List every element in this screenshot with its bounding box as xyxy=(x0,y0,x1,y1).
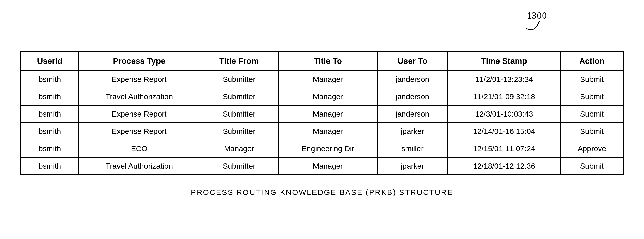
cell-title_to: Manager xyxy=(278,88,377,105)
cell-title_from: Submitter xyxy=(200,71,279,88)
curve-annotation xyxy=(522,17,547,41)
cell-action: Submit xyxy=(561,157,623,175)
page-container: 1300 Userid Process Type Title From Titl… xyxy=(0,0,644,239)
cell-userid: bsmith xyxy=(21,71,79,88)
cell-action: Submit xyxy=(561,123,623,140)
cell-time_stamp: 12/3/01-10:03:43 xyxy=(448,105,561,123)
cell-title_to: Engineering Dir xyxy=(278,140,377,157)
cell-user_to: smiller xyxy=(377,140,448,157)
cell-action: Approve xyxy=(561,140,623,157)
table-row: bsmithExpense ReportSubmitterManagerjpar… xyxy=(21,123,623,140)
cell-action: Submit xyxy=(561,105,623,123)
cell-title_from: Manager xyxy=(200,140,279,157)
header-title-to: Title To xyxy=(278,52,377,71)
table-caption: PROCESS ROUTING KNOWLEDGE BASE (PRKB) ST… xyxy=(191,188,453,197)
cell-user_to: janderson xyxy=(377,71,448,88)
prkb-table: Userid Process Type Title From Title To … xyxy=(20,51,624,175)
cell-time_stamp: 12/18/01-12:12:36 xyxy=(448,157,561,175)
cell-title_to: Manager xyxy=(278,105,377,123)
table-row: bsmithExpense ReportSubmitterManagerjand… xyxy=(21,105,623,123)
cell-userid: bsmith xyxy=(21,88,79,105)
cell-title_from: Submitter xyxy=(200,123,279,140)
cell-title_from: Submitter xyxy=(200,157,279,175)
cell-process_type: ECO xyxy=(79,140,200,157)
cell-action: Submit xyxy=(561,88,623,105)
table-body: bsmithExpense ReportSubmitterManagerjand… xyxy=(21,71,623,175)
header-time-stamp: Time Stamp xyxy=(448,52,561,71)
cell-process_type: Expense Report xyxy=(79,105,200,123)
table-row: bsmithTravel AuthorizationSubmitterManag… xyxy=(21,157,623,175)
cell-action: Submit xyxy=(561,71,623,88)
cell-user_to: jparker xyxy=(377,157,448,175)
table-header-row: Userid Process Type Title From Title To … xyxy=(21,52,623,71)
header-userid: Userid xyxy=(21,52,79,71)
cell-userid: bsmith xyxy=(21,140,79,157)
cell-time_stamp: 12/15/01-11:07:24 xyxy=(448,140,561,157)
cell-userid: bsmith xyxy=(21,105,79,123)
cell-process_type: Expense Report xyxy=(79,123,200,140)
cell-title_to: Manager xyxy=(278,123,377,140)
cell-process_type: Expense Report xyxy=(79,71,200,88)
cell-time_stamp: 11/21/01-09:32:18 xyxy=(448,88,561,105)
table-section: Userid Process Type Title From Title To … xyxy=(20,51,624,175)
header-user-to: User To xyxy=(377,52,448,71)
cell-title_to: Manager xyxy=(278,71,377,88)
table-row: bsmithTravel AuthorizationSubmitterManag… xyxy=(21,88,623,105)
table-row: bsmithExpense ReportSubmitterManagerjand… xyxy=(21,71,623,88)
cell-time_stamp: 12/14/01-16:15:04 xyxy=(448,123,561,140)
cell-process_type: Travel Authorization xyxy=(79,157,200,175)
cell-title_from: Submitter xyxy=(200,105,279,123)
cell-title_to: Manager xyxy=(278,157,377,175)
cell-user_to: janderson xyxy=(377,105,448,123)
cell-time_stamp: 11/2/01-13:23:34 xyxy=(448,71,561,88)
cell-process_type: Travel Authorization xyxy=(79,88,200,105)
header-process-type: Process Type xyxy=(79,52,200,71)
cell-user_to: jparker xyxy=(377,123,448,140)
cell-title_from: Submitter xyxy=(200,88,279,105)
header-action: Action xyxy=(561,52,623,71)
table-row: bsmithECOManagerEngineering Dirsmiller12… xyxy=(21,140,623,157)
header-title-from: Title From xyxy=(200,52,279,71)
cell-userid: bsmith xyxy=(21,157,79,175)
cell-user_to: janderson xyxy=(377,88,448,105)
cell-userid: bsmith xyxy=(21,123,79,140)
